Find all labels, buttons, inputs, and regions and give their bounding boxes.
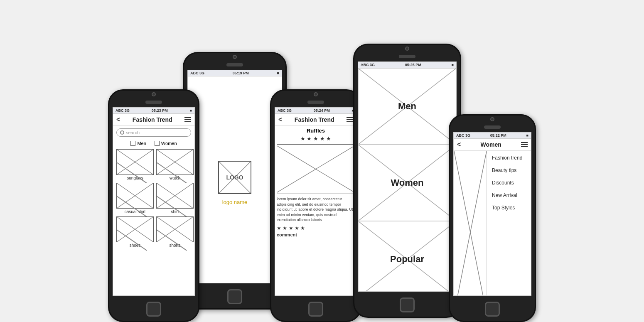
phone3-camera bbox=[314, 92, 318, 96]
category-men-label: Men bbox=[398, 101, 416, 112]
grid-item-shoes[interactable]: shoes bbox=[116, 216, 154, 248]
main-scene: ABC 3G 05:23 PM ■ < Fashion Trend bbox=[0, 0, 644, 322]
phone5-menu-icon[interactable] bbox=[521, 142, 528, 147]
checkbox-men[interactable]: Men bbox=[130, 141, 146, 146]
phone5-status-bar: ABC 3G 05:22 PM ■ bbox=[454, 133, 531, 139]
phone1-status-bar: ABC 3G 05:23 PM ■ bbox=[113, 108, 194, 114]
phone1-time: 05:23 PM bbox=[152, 108, 168, 113]
drawer-item-top-styles[interactable]: Top Styles bbox=[492, 205, 526, 211]
phone2-home-button[interactable] bbox=[227, 289, 242, 304]
drawer-item-discounts[interactable]: Discounts bbox=[492, 180, 526, 186]
drawer-item-new-arrival[interactable]: New Arrival bbox=[492, 192, 526, 198]
phone2-status-bar: ABC 3G 05:19 PM ■ bbox=[188, 70, 282, 76]
search-placeholder: search bbox=[126, 130, 140, 135]
checkbox-women-label: Women bbox=[161, 141, 177, 146]
phone3-signal: ABC 3G bbox=[278, 108, 292, 113]
menu-line-2 bbox=[347, 119, 353, 120]
phone3-header: < Fashion Trend bbox=[275, 114, 356, 126]
menu-line-2 bbox=[521, 144, 528, 145]
phone5-home-button[interactable] bbox=[485, 302, 500, 317]
checkbox-men-box[interactable] bbox=[130, 141, 135, 146]
menu-line-1 bbox=[184, 117, 191, 118]
shoes-image bbox=[116, 216, 154, 242]
product-screen: Ruffles ★ ★ ★ ★ ★ lorem ipsum dolor sit … bbox=[275, 126, 356, 239]
category-men[interactable]: Men bbox=[358, 68, 456, 145]
phone2-time: 05:19 PM bbox=[233, 71, 249, 75]
phone1-wrapper: ABC 3G 05:23 PM ■ < Fashion Trend bbox=[108, 89, 199, 322]
phone4-camera bbox=[405, 47, 409, 51]
phone1-back-button[interactable]: < bbox=[116, 116, 120, 123]
phone5-back-button[interactable]: < bbox=[457, 141, 461, 148]
phone1-search-bar[interactable]: search bbox=[116, 128, 191, 137]
checkbox-women-box[interactable] bbox=[155, 141, 160, 146]
phone2-battery: ■ bbox=[277, 71, 279, 75]
phone3-speaker bbox=[307, 101, 324, 104]
phone2-screen: ABC 3G 05:19 PM ■ LOGO logo name bbox=[187, 70, 282, 283]
logo-box: LOGO bbox=[218, 161, 251, 194]
phone5-speaker bbox=[484, 125, 501, 129]
phone1-grid: sunglass watch casual shirt bbox=[113, 147, 194, 249]
menu-line-1 bbox=[347, 117, 353, 118]
phone3: ABC 3G 05:24 PM ■ < Fashion Trend Ruffle… bbox=[270, 89, 361, 322]
phone1-home-button[interactable] bbox=[146, 302, 161, 317]
logo-screen: LOGO logo name bbox=[188, 76, 282, 283]
phone1-header: < Fashion Trend bbox=[113, 114, 194, 126]
product-image bbox=[277, 144, 355, 194]
product-title: Ruffles bbox=[277, 128, 355, 134]
grid-item-shorts[interactable]: shorts bbox=[156, 216, 194, 248]
menu-line-3 bbox=[521, 146, 528, 147]
phone2-camera bbox=[233, 55, 237, 59]
sunglass-label: sunglass bbox=[127, 176, 143, 180]
product-stars: ★ ★ ★ ★ ★ bbox=[277, 135, 355, 142]
phone5: ABC 3G 05:22 PM ■ < Women bbox=[449, 114, 536, 322]
phone3-menu-icon[interactable] bbox=[347, 117, 353, 122]
phone1-title: Fashion Trend bbox=[133, 116, 172, 123]
comment-stars: ★ ★ ★ ★ ★ bbox=[277, 225, 355, 231]
category-popular-label: Popular bbox=[390, 254, 424, 265]
phone3-home-button[interactable] bbox=[308, 302, 323, 317]
phone5-header: < Women bbox=[454, 139, 531, 151]
sunglass-image bbox=[116, 149, 154, 175]
category-women[interactable]: Women bbox=[358, 145, 456, 221]
category-popular[interactable]: Popular bbox=[358, 221, 456, 292]
comment-label: comment bbox=[277, 232, 355, 237]
checkbox-men-label: Men bbox=[137, 141, 146, 146]
phone5-screen: ABC 3G 05:22 PM ■ < Women bbox=[453, 132, 531, 296]
phone4: ABC 3G 05:25 PM ■ Men bbox=[353, 44, 461, 318]
grid-item-sunglass[interactable]: sunglass bbox=[116, 149, 154, 180]
grid-item-shirt[interactable]: shirt bbox=[156, 183, 194, 214]
grid-item-casual-shirt[interactable]: casual shirt bbox=[116, 183, 154, 214]
phone5-title: Women bbox=[481, 141, 501, 148]
phone4-signal: ABC 3G bbox=[361, 63, 375, 67]
phone3-back-button[interactable]: < bbox=[278, 116, 282, 123]
phone4-screen: ABC 3G 05:25 PM ■ Men bbox=[358, 61, 457, 292]
grid-item-watch[interactable]: watch bbox=[156, 149, 194, 180]
phone2-speaker bbox=[226, 63, 243, 66]
phone4-wrapper: ABC 3G 05:25 PM ■ Men bbox=[353, 44, 461, 318]
phone1-battery: ■ bbox=[190, 108, 192, 113]
phone1-menu-icon[interactable] bbox=[184, 117, 191, 122]
phone1-speaker bbox=[145, 101, 162, 104]
drawer-item-beauty-tips[interactable]: Beauty tips bbox=[492, 167, 526, 173]
phone4-home-button[interactable] bbox=[400, 297, 415, 312]
phone1-camera bbox=[152, 92, 156, 96]
drawer-item-fashion-trend[interactable]: Fashion trend bbox=[492, 155, 526, 161]
category-women-label: Women bbox=[391, 177, 423, 188]
phone4-status-bar: ABC 3G 05:25 PM ■ bbox=[358, 62, 456, 68]
watch-image bbox=[156, 149, 194, 175]
phone3-screen: ABC 3G 05:24 PM ■ < Fashion Trend Ruffle… bbox=[275, 107, 357, 296]
shorts-image bbox=[156, 216, 194, 242]
casual-shirt-image bbox=[116, 183, 154, 209]
drawer-screen: Fashion trend Beauty tips Discounts New … bbox=[454, 151, 531, 296]
phone1-checkbox-row: Men Women bbox=[113, 139, 194, 147]
checkbox-women[interactable]: Women bbox=[155, 141, 177, 146]
logo-label: LOGO bbox=[226, 174, 243, 181]
phone3-time: 05:24 PM bbox=[314, 108, 330, 113]
svg-line-23 bbox=[454, 151, 487, 296]
phone3-wrapper: ABC 3G 05:24 PM ■ < Fashion Trend Ruffle… bbox=[270, 89, 361, 322]
phone5-battery: ■ bbox=[526, 133, 528, 138]
drawer-menu: Fashion trend Beauty tips Discounts New … bbox=[487, 151, 531, 296]
phone5-wrapper: ABC 3G 05:22 PM ■ < Women bbox=[449, 114, 536, 322]
phone1-screen: ABC 3G 05:23 PM ■ < Fashion Trend bbox=[113, 107, 195, 296]
categories-screen: Men Women Popular bbox=[358, 68, 456, 292]
